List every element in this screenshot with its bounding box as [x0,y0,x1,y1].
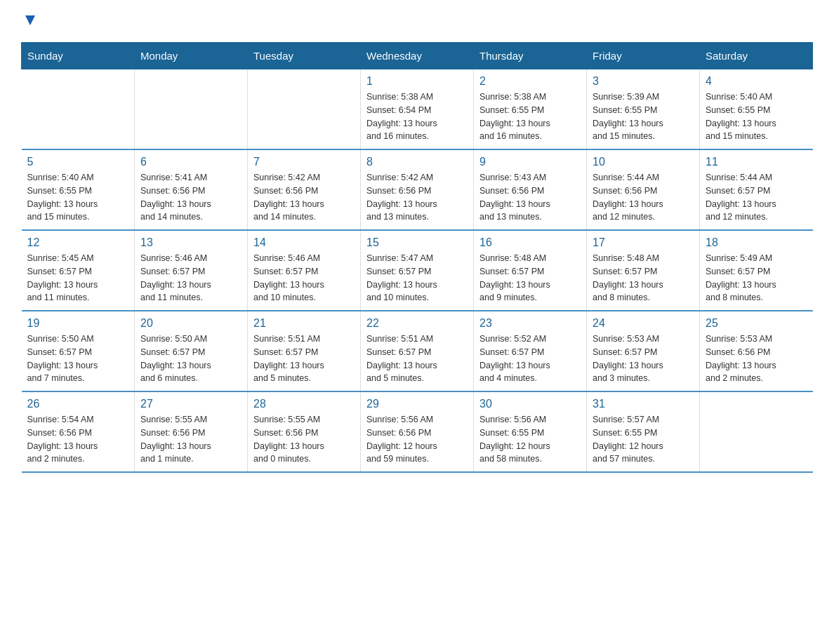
day-info: Sunrise: 5:48 AM Sunset: 6:57 PM Dayligh… [593,252,694,304]
day-number: 16 [479,236,581,249]
day-number: 11 [706,156,807,168]
calendar-cell: 17Sunrise: 5:48 AM Sunset: 6:57 PM Dayli… [587,230,700,311]
svg-marker-0 [25,15,35,25]
calendar-cell [135,69,248,150]
day-info: Sunrise: 5:44 AM Sunset: 6:56 PM Dayligh… [593,171,694,224]
day-info: Sunrise: 5:46 AM Sunset: 6:57 PM Dayligh… [140,252,241,304]
calendar-cell: 26Sunrise: 5:54 AM Sunset: 6:56 PM Dayli… [22,391,135,472]
day-number: 4 [706,75,807,88]
day-info: Sunrise: 5:46 AM Sunset: 6:57 PM Dayligh… [253,252,355,304]
calendar-cell: 6Sunrise: 5:41 AM Sunset: 6:56 PM Daylig… [135,149,248,230]
day-of-week-wednesday: Wednesday [361,43,474,69]
day-number: 26 [27,398,129,410]
day-info: Sunrise: 5:45 AM Sunset: 6:57 PM Dayligh… [27,252,129,304]
day-info: Sunrise: 5:55 AM Sunset: 6:56 PM Dayligh… [140,413,241,466]
day-of-week-sunday: Sunday [22,43,135,69]
calendar-cell: 24Sunrise: 5:53 AM Sunset: 6:57 PM Dayli… [587,311,700,391]
day-info: Sunrise: 5:39 AM Sunset: 6:55 PM Dayligh… [593,90,694,143]
calendar-cell: 13Sunrise: 5:46 AM Sunset: 6:57 PM Dayli… [135,230,248,311]
calendar-cell: 18Sunrise: 5:49 AM Sunset: 6:57 PM Dayli… [700,230,813,311]
calendar-header: SundayMondayTuesdayWednesdayThursdayFrid… [22,43,813,69]
day-info: Sunrise: 5:38 AM Sunset: 6:55 PM Dayligh… [479,90,581,143]
day-number: 18 [706,236,807,249]
day-number: 19 [27,317,129,330]
day-number: 9 [479,156,581,168]
calendar-cell: 23Sunrise: 5:52 AM Sunset: 6:57 PM Dayli… [474,311,587,391]
day-info: Sunrise: 5:40 AM Sunset: 6:55 PM Dayligh… [27,171,129,224]
calendar-cell: 7Sunrise: 5:42 AM Sunset: 6:56 PM Daylig… [248,149,361,230]
day-number: 2 [479,75,581,88]
day-info: Sunrise: 5:51 AM Sunset: 6:57 PM Dayligh… [366,333,468,385]
day-number: 29 [366,398,468,410]
day-info: Sunrise: 5:53 AM Sunset: 6:56 PM Dayligh… [706,333,807,385]
day-number: 17 [593,236,694,249]
days-of-week-row: SundayMondayTuesdayWednesdayThursdayFrid… [22,43,813,69]
day-number: 1 [366,75,468,88]
calendar-cell: 9Sunrise: 5:43 AM Sunset: 6:56 PM Daylig… [474,149,587,230]
day-number: 12 [27,236,129,249]
calendar-week-1: 1Sunrise: 5:38 AM Sunset: 6:54 PM Daylig… [22,69,813,150]
calendar-body: 1Sunrise: 5:38 AM Sunset: 6:54 PM Daylig… [22,69,813,473]
calendar-cell: 21Sunrise: 5:51 AM Sunset: 6:57 PM Dayli… [248,311,361,391]
day-of-week-thursday: Thursday [474,43,587,69]
day-info: Sunrise: 5:47 AM Sunset: 6:57 PM Dayligh… [366,252,468,304]
calendar-cell: 15Sunrise: 5:47 AM Sunset: 6:57 PM Dayli… [361,230,474,311]
day-info: Sunrise: 5:50 AM Sunset: 6:57 PM Dayligh… [27,333,129,385]
calendar-cell: 5Sunrise: 5:40 AM Sunset: 6:55 PM Daylig… [22,149,135,230]
calendar-week-4: 19Sunrise: 5:50 AM Sunset: 6:57 PM Dayli… [22,311,813,391]
calendar-cell: 14Sunrise: 5:46 AM Sunset: 6:57 PM Dayli… [248,230,361,311]
day-of-week-friday: Friday [587,43,700,69]
day-number: 8 [366,156,468,168]
day-number: 21 [253,317,355,330]
day-info: Sunrise: 5:38 AM Sunset: 6:54 PM Dayligh… [366,90,468,143]
day-number: 27 [140,398,241,410]
day-of-week-tuesday: Tuesday [248,43,361,69]
calendar-cell [248,69,361,150]
day-info: Sunrise: 5:49 AM Sunset: 6:57 PM Dayligh… [706,252,807,304]
day-number: 3 [593,75,694,88]
day-number: 7 [253,156,355,168]
day-number: 30 [479,398,581,410]
calendar-cell [700,391,813,472]
day-number: 25 [706,317,807,330]
day-number: 23 [479,317,581,330]
calendar-week-5: 26Sunrise: 5:54 AM Sunset: 6:56 PM Dayli… [22,391,813,472]
calendar-week-2: 5Sunrise: 5:40 AM Sunset: 6:55 PM Daylig… [22,149,813,230]
day-number: 31 [593,398,694,410]
day-info: Sunrise: 5:41 AM Sunset: 6:56 PM Dayligh… [140,171,241,224]
day-number: 13 [140,236,241,249]
calendar-cell: 1Sunrise: 5:38 AM Sunset: 6:54 PM Daylig… [361,69,474,150]
day-info: Sunrise: 5:55 AM Sunset: 6:56 PM Dayligh… [253,413,355,466]
day-info: Sunrise: 5:56 AM Sunset: 6:55 PM Dayligh… [479,413,581,466]
day-of-week-monday: Monday [135,43,248,69]
calendar-cell: 12Sunrise: 5:45 AM Sunset: 6:57 PM Dayli… [22,230,135,311]
calendar-table: SundayMondayTuesdayWednesdayThursdayFrid… [21,42,813,473]
day-number: 10 [593,156,694,168]
day-info: Sunrise: 5:53 AM Sunset: 6:57 PM Dayligh… [593,333,694,385]
calendar-cell: 19Sunrise: 5:50 AM Sunset: 6:57 PM Dayli… [22,311,135,391]
day-number: 22 [366,317,468,330]
calendar-cell: 16Sunrise: 5:48 AM Sunset: 6:57 PM Dayli… [474,230,587,311]
calendar-cell: 11Sunrise: 5:44 AM Sunset: 6:57 PM Dayli… [700,149,813,230]
day-number: 24 [593,317,694,330]
day-number: 20 [140,317,241,330]
day-info: Sunrise: 5:50 AM Sunset: 6:57 PM Dayligh… [140,333,241,385]
day-info: Sunrise: 5:42 AM Sunset: 6:56 PM Dayligh… [253,171,355,224]
day-info: Sunrise: 5:44 AM Sunset: 6:57 PM Dayligh… [706,171,807,224]
calendar-cell: 28Sunrise: 5:55 AM Sunset: 6:56 PM Dayli… [248,391,361,472]
day-info: Sunrise: 5:40 AM Sunset: 6:55 PM Dayligh… [706,90,807,143]
calendar-cell: 3Sunrise: 5:39 AM Sunset: 6:55 PM Daylig… [587,69,700,150]
calendar-cell: 2Sunrise: 5:38 AM Sunset: 6:55 PM Daylig… [474,69,587,150]
calendar-cell: 8Sunrise: 5:42 AM Sunset: 6:56 PM Daylig… [361,149,474,230]
day-number: 28 [253,398,355,410]
logo [21,14,38,28]
day-info: Sunrise: 5:48 AM Sunset: 6:57 PM Dayligh… [479,252,581,304]
calendar-cell: 31Sunrise: 5:57 AM Sunset: 6:55 PM Dayli… [587,391,700,472]
calendar-week-3: 12Sunrise: 5:45 AM Sunset: 6:57 PM Dayli… [22,230,813,311]
calendar-cell: 29Sunrise: 5:56 AM Sunset: 6:56 PM Dayli… [361,391,474,472]
day-number: 14 [253,236,355,249]
day-info: Sunrise: 5:56 AM Sunset: 6:56 PM Dayligh… [366,413,468,466]
calendar-cell: 25Sunrise: 5:53 AM Sunset: 6:56 PM Dayli… [700,311,813,391]
calendar-cell: 10Sunrise: 5:44 AM Sunset: 6:56 PM Dayli… [587,149,700,230]
calendar-cell [22,69,135,150]
